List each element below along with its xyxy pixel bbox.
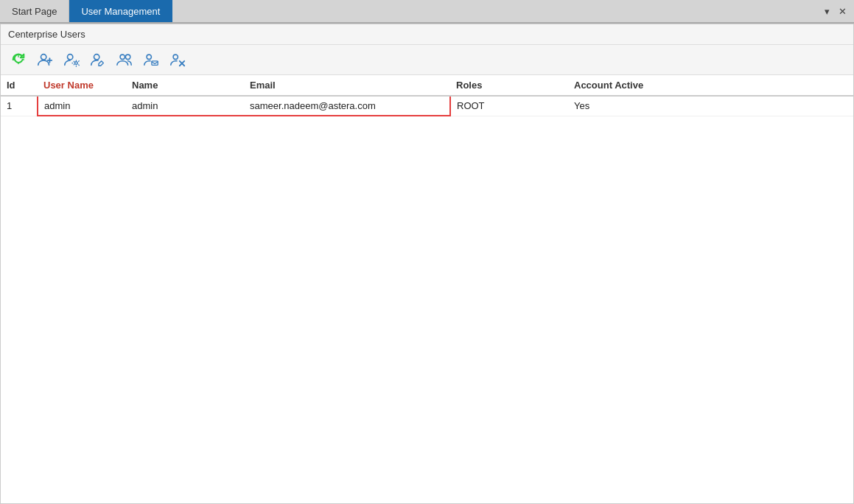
add-user-icon — [37, 52, 53, 68]
cell-id: 1 — [1, 96, 38, 116]
col-header-username: User Name — [38, 75, 126, 96]
panel-title-text: Centerprise Users — [8, 29, 85, 40]
svg-point-3 — [68, 55, 73, 60]
svg-point-6 — [120, 55, 125, 59]
tab-controls: ▾ ✕ — [822, 0, 854, 22]
close-tab-button[interactable]: ✕ — [836, 4, 850, 18]
col-header-id: Id — [1, 75, 38, 96]
edit-user-icon — [90, 52, 106, 68]
cell-username: admin — [38, 96, 126, 116]
table-row[interactable]: 1adminadminsameer.nadeem@astera.comROOTY… — [1, 96, 853, 116]
cell-name: admin — [126, 96, 244, 116]
svg-point-4 — [75, 62, 78, 65]
delete-user-icon — [169, 52, 186, 68]
refresh-icon — [10, 52, 27, 68]
col-header-roles: Roles — [450, 75, 568, 96]
col-header-email: Email — [244, 75, 450, 96]
panel-title: Centerprise Users — [1, 24, 853, 45]
toolbar — [1, 45, 853, 75]
svg-point-7 — [125, 55, 130, 59]
tab-user-management[interactable]: User Management — [69, 0, 172, 22]
svg-point-5 — [94, 55, 99, 60]
tab-start-page[interactable]: Start Page — [0, 0, 69, 22]
user-management-panel: Centerprise Users — [0, 24, 854, 504]
email-user-icon — [143, 52, 159, 68]
svg-point-10 — [173, 55, 178, 59]
users-table: Id User Name Name Email Roles Account Ac… — [1, 75, 853, 116]
svg-point-8 — [147, 55, 151, 59]
svg-point-0 — [41, 55, 46, 60]
email-user-button[interactable] — [139, 49, 163, 70]
cell-account-active: Yes — [568, 96, 686, 116]
add-user-button[interactable] — [33, 49, 57, 70]
edit-user-button[interactable] — [86, 49, 110, 70]
cell-roles: ROOT — [450, 96, 568, 116]
delete-user-button[interactable] — [166, 49, 189, 70]
col-header-account-active: Account Active — [568, 75, 686, 96]
refresh-button[interactable] — [7, 49, 30, 70]
cell-email: sameer.nadeem@astera.com — [244, 96, 450, 116]
user-settings-icon — [63, 52, 80, 68]
tab-start-page-label: Start Page — [12, 6, 57, 17]
table-header-row: Id User Name Name Email Roles Account Ac… — [1, 75, 853, 96]
tab-user-management-label: User Management — [81, 6, 160, 17]
svg-rect-9 — [152, 61, 158, 66]
user-group-icon — [116, 52, 133, 68]
user-group-button[interactable] — [113, 49, 136, 70]
user-settings-button[interactable] — [60, 49, 83, 70]
tab-bar: Start Page User Management ▾ ✕ — [0, 0, 854, 24]
cell-spacer — [686, 96, 853, 116]
col-header-name: Name — [126, 75, 244, 96]
users-table-container: Id User Name Name Email Roles Account Ac… — [1, 75, 853, 503]
col-header-spacer — [686, 75, 853, 96]
pin-tab-button[interactable]: ▾ — [822, 4, 833, 18]
